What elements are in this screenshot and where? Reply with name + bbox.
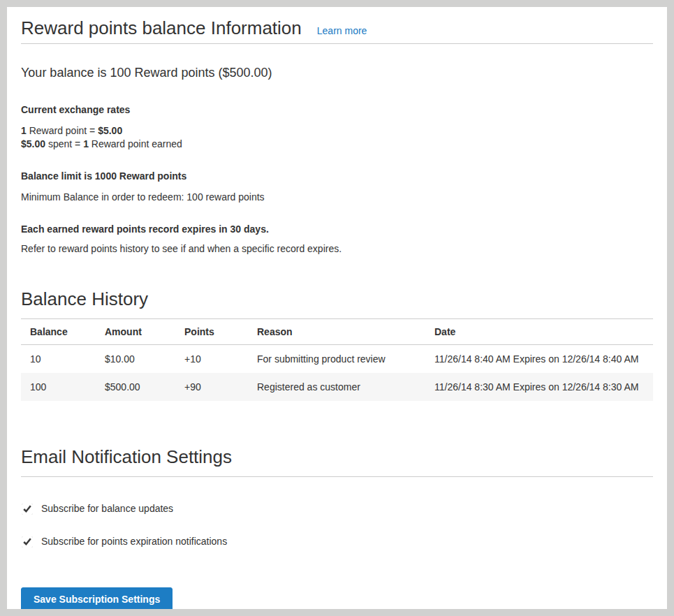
points-expiration-option: Subscribe for points expiration notifica… xyxy=(21,535,653,548)
balance-history-heading: Balance History xyxy=(21,288,653,319)
cell-date: 11/26/14 8:40 AM Expires on 12/26/14 8:4… xyxy=(425,345,653,374)
page-title: Reward points balance Information xyxy=(21,17,302,39)
reward-points-panel: Reward points balance Information Learn … xyxy=(7,7,667,609)
rate2-points: 1 xyxy=(83,138,89,149)
column-header-points: Points xyxy=(175,319,248,345)
minimum-balance-text: Minimum Balance in order to redeem: 100 … xyxy=(21,191,653,204)
expiry-heading: Each earned reward points record expires… xyxy=(21,223,653,236)
rate2-suffix: Reward point earned xyxy=(89,138,182,149)
page-header: Reward points balance Information Learn … xyxy=(21,7,653,44)
points-expiration-checkbox[interactable] xyxy=(22,536,33,548)
cell-reason: Registered as customer xyxy=(248,373,425,401)
balance-limit-heading: Balance limit is 1000 Reward points xyxy=(21,170,653,183)
table-header-row: Balance Amount Points Reason Date xyxy=(21,319,653,345)
expiry-note: Refer to reward points history to see if… xyxy=(21,242,653,256)
cell-reason: For submitting product review xyxy=(248,345,425,374)
balance-history-table: Balance Amount Points Reason Date 10 $10… xyxy=(21,319,653,401)
rate1-amount: $5.00 xyxy=(98,125,122,136)
exchange-rate-line-1: 1 Reward point = $5.00 xyxy=(21,124,653,138)
balance-updates-checkbox[interactable] xyxy=(22,504,33,515)
cell-points: +90 xyxy=(175,373,248,401)
points-expiration-label[interactable]: Subscribe for points expiration notifica… xyxy=(41,535,227,548)
rate1-points: 1 xyxy=(21,125,27,136)
balance-updates-option: Subscribe for balance updates xyxy=(21,502,653,515)
cell-amount: $10.00 xyxy=(96,345,175,374)
balance-updates-label[interactable]: Subscribe for balance updates xyxy=(41,502,173,515)
exchange-rates-heading: Current exchange rates xyxy=(21,103,653,117)
table-row: 10 $10.00 +10 For submitting product rev… xyxy=(21,345,653,374)
rate1-text: Reward point = xyxy=(27,125,98,136)
column-header-date: Date xyxy=(425,319,653,345)
rate2-amount: $5.00 xyxy=(21,138,45,149)
save-subscription-settings-button[interactable]: Save Subscription Settings xyxy=(21,587,173,609)
learn-more-link[interactable]: Learn more xyxy=(317,25,367,36)
balance-summary: Your balance is 100 Reward points ($500.… xyxy=(21,64,653,82)
email-settings-heading: Email Notification Settings xyxy=(21,446,653,477)
column-header-amount: Amount xyxy=(96,319,175,345)
exchange-rates: 1 Reward point = $5.00 $5.00 spent = 1 R… xyxy=(21,124,653,151)
exchange-rate-line-2: $5.00 spent = 1 Reward point earned xyxy=(21,138,653,151)
column-header-reason: Reason xyxy=(248,319,425,345)
cell-balance: 100 xyxy=(21,373,96,401)
rate2-text: spent = xyxy=(45,138,83,149)
cell-balance: 10 xyxy=(21,345,96,374)
cell-amount: $500.00 xyxy=(96,373,175,401)
table-row: 100 $500.00 +90 Registered as customer 1… xyxy=(21,373,653,401)
cell-date: 11/26/14 8:30 AM Expires on 12/26/14 8:3… xyxy=(425,373,653,401)
cell-points: +10 xyxy=(175,345,248,374)
column-header-balance: Balance xyxy=(21,319,96,345)
